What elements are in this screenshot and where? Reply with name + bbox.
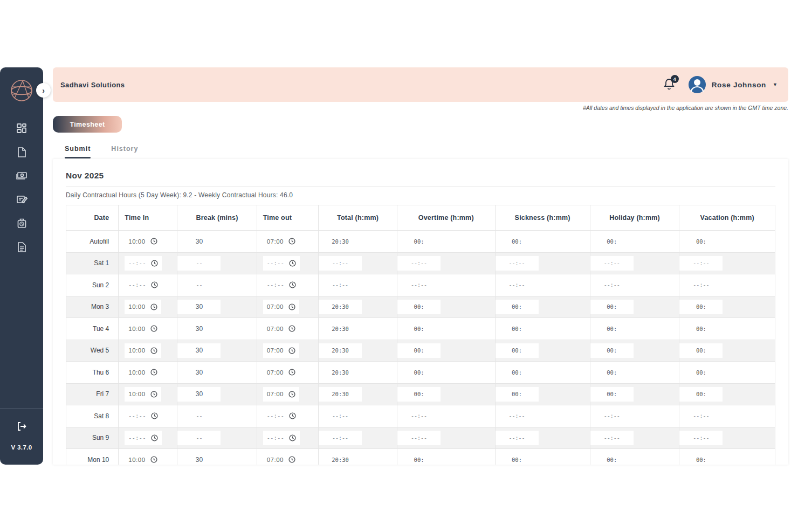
- overtime-input[interactable]: 00:: [397, 365, 441, 379]
- overtime-input[interactable]: --:--: [397, 256, 441, 271]
- tab-history[interactable]: History: [111, 145, 138, 158]
- logout-icon[interactable]: [16, 420, 27, 432]
- time-input[interactable]: 07:00: [263, 300, 299, 314]
- holiday-input[interactable]: --:--: [590, 431, 634, 445]
- timesheet-page-button[interactable]: Timesheet: [53, 116, 122, 133]
- vacation-input[interactable]: 00:: [679, 234, 723, 248]
- break-input[interactable]: 30: [177, 300, 221, 314]
- break-input[interactable]: 30: [177, 365, 221, 379]
- overtime-input[interactable]: 00:: [397, 387, 441, 402]
- sickness-input[interactable]: 00:: [496, 234, 539, 248]
- overtime-input[interactable]: --:--: [397, 278, 441, 292]
- holiday-input[interactable]: --:--: [590, 256, 634, 271]
- overtime-input[interactable]: 00:: [397, 234, 441, 248]
- payments-icon[interactable]: [16, 170, 27, 182]
- break-input[interactable]: 30: [177, 387, 221, 402]
- time-input[interactable]: 07:00: [263, 387, 299, 402]
- vacation-input[interactable]: 00:: [679, 343, 723, 358]
- overtime-input[interactable]: 00:: [397, 321, 441, 336]
- time-input[interactable]: --:--: [263, 256, 300, 271]
- vacation-input[interactable]: 00:: [679, 321, 723, 336]
- time-input[interactable]: --:--: [125, 278, 162, 292]
- document-icon[interactable]: [16, 146, 27, 158]
- time-input[interactable]: --:--: [125, 409, 162, 423]
- break-input[interactable]: --: [177, 256, 221, 271]
- time-input[interactable]: 10:00: [125, 452, 161, 465]
- break-input[interactable]: 30: [177, 343, 221, 358]
- time-input[interactable]: --:--: [125, 256, 162, 271]
- total-field[interactable]: --:--: [319, 278, 362, 292]
- vacation-input[interactable]: 00:: [679, 365, 723, 379]
- tab-submit[interactable]: Submit: [65, 145, 91, 158]
- total-field[interactable]: --:--: [319, 409, 362, 423]
- time-input[interactable]: 10:00: [125, 387, 161, 402]
- overtime-input[interactable]: 00:: [397, 343, 441, 358]
- total-field[interactable]: 20:30: [319, 387, 362, 402]
- total-field[interactable]: 20:30: [319, 234, 362, 248]
- sickness-input[interactable]: 00:: [496, 300, 539, 314]
- time-input[interactable]: 10:00: [125, 234, 161, 248]
- time-input[interactable]: 07:00: [263, 234, 299, 248]
- time-input[interactable]: 10:00: [125, 343, 161, 358]
- break-input[interactable]: 30: [177, 321, 221, 336]
- sickness-input[interactable]: --:--: [496, 431, 539, 445]
- time-input[interactable]: 07:00: [263, 343, 299, 358]
- edit-note-icon[interactable]: [16, 194, 27, 205]
- sickness-input[interactable]: 00:: [496, 365, 539, 379]
- holiday-input[interactable]: 00:: [590, 343, 634, 358]
- time-input[interactable]: --:--: [263, 409, 300, 423]
- dashboard-icon[interactable]: [16, 122, 27, 134]
- break-input[interactable]: --: [177, 409, 221, 423]
- sickness-input[interactable]: --:--: [496, 409, 539, 423]
- time-clock-icon[interactable]: [16, 217, 27, 229]
- sickness-input[interactable]: 00:: [496, 452, 539, 465]
- sickness-input[interactable]: --:--: [496, 278, 539, 292]
- holiday-input[interactable]: 00:: [590, 234, 634, 248]
- time-input[interactable]: 07:00: [263, 452, 299, 465]
- total-field[interactable]: 20:30: [319, 321, 362, 336]
- sidebar-expand-button[interactable]: ›: [36, 83, 51, 98]
- total-field[interactable]: 20:30: [319, 300, 362, 314]
- time-input[interactable]: --:--: [263, 431, 300, 445]
- time-input[interactable]: --:--: [125, 431, 162, 445]
- break-input[interactable]: --: [177, 431, 221, 445]
- time-input[interactable]: 07:00: [263, 365, 299, 379]
- overtime-input[interactable]: --:--: [397, 431, 441, 445]
- report-icon[interactable]: [16, 241, 27, 253]
- vacation-input[interactable]: 00:: [679, 300, 723, 314]
- sickness-input[interactable]: 00:: [496, 387, 539, 402]
- total-field[interactable]: --:--: [319, 256, 362, 271]
- vacation-input[interactable]: --:--: [679, 431, 723, 445]
- vacation-input[interactable]: --:--: [679, 409, 723, 423]
- time-input[interactable]: 10:00: [125, 321, 161, 336]
- vacation-input[interactable]: 00:: [679, 452, 723, 465]
- time-input[interactable]: 10:00: [125, 300, 161, 314]
- sickness-input[interactable]: --:--: [496, 256, 539, 271]
- total-field[interactable]: 20:30: [319, 343, 362, 358]
- holiday-input[interactable]: 00:: [590, 321, 634, 336]
- overtime-input[interactable]: 00:: [397, 452, 441, 465]
- break-input[interactable]: 30: [177, 234, 221, 248]
- break-input[interactable]: 30: [177, 452, 221, 465]
- time-input[interactable]: --:--: [263, 278, 300, 292]
- time-input[interactable]: 10:00: [125, 365, 161, 379]
- holiday-input[interactable]: --:--: [590, 409, 634, 423]
- total-field[interactable]: 20:30: [319, 452, 362, 465]
- holiday-input[interactable]: 00:: [590, 452, 634, 465]
- break-input[interactable]: --: [177, 278, 221, 292]
- total-field[interactable]: --:--: [319, 431, 362, 445]
- total-field[interactable]: 20:30: [319, 365, 362, 379]
- vacation-input[interactable]: 00:: [679, 387, 723, 402]
- sickness-input[interactable]: 00:: [496, 321, 539, 336]
- overtime-input[interactable]: 00:: [397, 300, 441, 314]
- holiday-input[interactable]: --:--: [590, 278, 634, 292]
- overtime-input[interactable]: --:--: [397, 409, 441, 423]
- vacation-input[interactable]: --:--: [679, 256, 723, 271]
- time-input[interactable]: 07:00: [263, 321, 299, 336]
- sickness-input[interactable]: 00:: [496, 343, 539, 358]
- notifications-bell-icon[interactable]: 4: [663, 78, 676, 92]
- holiday-input[interactable]: 00:: [590, 300, 634, 314]
- user-menu[interactable]: Rose Johnson ▼: [688, 75, 778, 94]
- holiday-input[interactable]: 00:: [590, 387, 634, 402]
- holiday-input[interactable]: 00:: [590, 365, 634, 379]
